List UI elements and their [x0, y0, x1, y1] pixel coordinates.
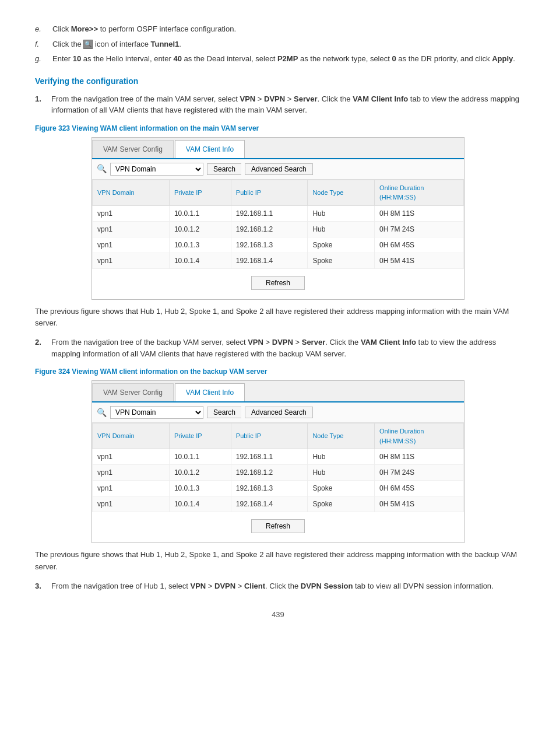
figure2-tab-client-info[interactable]: VAM Client Info: [175, 383, 245, 401]
figure1-table: VPN Domain Private IP Public IP Node Typ…: [92, 180, 464, 269]
table-cell: 192.168.1.2: [231, 465, 308, 481]
figure1-domain-select[interactable]: VPN Domain: [110, 163, 203, 176]
figure1-title: Figure 323 Viewing WAM client informatio…: [35, 123, 521, 134]
figure2-advsearch-button[interactable]: Advanced Search: [245, 407, 313, 418]
table-cell: 0H 5M 41S: [375, 253, 464, 268]
table-row: vpn110.0.1.4192.168.1.4Spoke0H 5M 41S: [93, 496, 464, 512]
table-cell: 0H 8M 11S: [375, 449, 464, 465]
figure1-search-icon: 🔍: [97, 163, 107, 175]
step-e: e. Click More>> to perform OSPF interfac…: [35, 23, 521, 35]
table-cell: Hub: [308, 465, 375, 481]
step-g-content: Enter 10 as the Hello interval, enter 40…: [52, 53, 521, 65]
figure2-search-icon: 🔍: [97, 407, 107, 419]
table-row: vpn110.0.1.1192.168.1.1Hub0H 8M 11S: [93, 205, 464, 221]
figure2-table-body: vpn110.0.1.1192.168.1.1Hub0H 8M 11Svpn11…: [93, 449, 464, 512]
step2-number: 2.: [35, 337, 51, 359]
table-cell: vpn1: [93, 237, 170, 253]
table-cell: 0H 7M 24S: [375, 221, 464, 237]
figure2-tabs: VAM Server Config VAM Client Info: [92, 381, 464, 402]
figure2-table: VPN Domain Private IP Public IP Node Typ…: [92, 423, 464, 512]
figure2-tab-server-config[interactable]: VAM Server Config: [92, 383, 174, 401]
table-cell: 0H 6M 45S: [375, 237, 464, 253]
figure2-table-header: VPN Domain Private IP Public IP Node Typ…: [93, 424, 464, 449]
table-row: vpn110.0.1.2192.168.1.2Hub0H 7M 24S: [93, 221, 464, 237]
step-e-letter: e.: [35, 23, 52, 35]
step-f: f. Click the 🔍 icon of interface Tunnel1…: [35, 38, 521, 50]
table-row: vpn110.0.1.3192.168.1.3Spoke0H 6M 45S: [93, 481, 464, 496]
table-cell: Hub: [308, 449, 375, 465]
numbered-step-2: 2. From the navigation tree of the backu…: [35, 337, 521, 359]
table-cell: vpn1: [93, 481, 170, 496]
figure1-table-header: VPN Domain Private IP Public IP Node Typ…: [93, 180, 464, 205]
table-cell: 10.0.1.1: [169, 205, 231, 221]
figure1-tab-client-info[interactable]: VAM Client Info: [175, 140, 245, 158]
table-row: vpn110.0.1.1192.168.1.1Hub0H 8M 11S: [93, 449, 464, 465]
step2-content: From the navigation tree of the backup V…: [51, 337, 521, 359]
figure1-search-button[interactable]: Search: [207, 163, 241, 175]
table-cell: 0H 7M 24S: [375, 465, 464, 481]
step-f-content: Click the 🔍 icon of interface Tunnel1.: [52, 38, 521, 50]
figure2-search-button[interactable]: Search: [207, 407, 241, 418]
figure1-refresh-container: Refresh: [92, 276, 464, 290]
table-cell: 10.0.1.4: [169, 253, 231, 268]
table-cell: 10.0.1.2: [169, 221, 231, 237]
table-cell: vpn1: [93, 465, 170, 481]
table-cell: 192.168.1.1: [231, 205, 308, 221]
figure2-col-nodetype: Node Type: [308, 424, 375, 449]
figure2-col-vpndomain: VPN Domain: [93, 424, 170, 449]
figure1-col-duration: Online Duration(HH:MM:SS): [375, 180, 464, 205]
table-cell: 10.0.1.3: [169, 237, 231, 253]
figure2-title: Figure 324 Viewing WAM client informatio…: [35, 366, 521, 377]
table-cell: vpn1: [93, 205, 170, 221]
table-cell: 192.168.1.3: [231, 481, 308, 496]
table-row: vpn110.0.1.3192.168.1.3Spoke0H 6M 45S: [93, 237, 464, 253]
numbered-step-1: 1. From the navigation tree of the main …: [35, 93, 521, 116]
figure2-toolbar: 🔍 VPN Domain SearchAdvanced Search: [92, 402, 464, 423]
table-cell: 10.0.1.2: [169, 465, 231, 481]
section-title: Verifying the configuration: [35, 75, 521, 88]
figure2-refresh-container: Refresh: [92, 519, 464, 533]
table-cell: Hub: [308, 221, 375, 237]
table-cell: 10.0.1.1: [169, 449, 231, 465]
figure1-tabs: VAM Server Config VAM Client Info: [92, 138, 464, 159]
step-g: g. Enter 10 as the Hello interval, enter…: [35, 53, 521, 65]
step-e-content: Click More>> to perform OSPF interface c…: [52, 23, 521, 35]
figure1-col-vpndomain: VPN Domain: [93, 180, 170, 205]
table-cell: 10.0.1.4: [169, 496, 231, 512]
table-cell: Spoke: [308, 253, 375, 268]
figure2-col-publicip: Public IP: [231, 424, 308, 449]
page-number: 439: [35, 609, 521, 621]
figure1-advsearch-button[interactable]: Advanced Search: [245, 163, 313, 175]
table-cell: vpn1: [93, 449, 170, 465]
figure1-panel: VAM Server Config VAM Client Info 🔍 VPN …: [92, 137, 464, 300]
table-cell: 10.0.1.3: [169, 481, 231, 496]
table-row: vpn110.0.1.4192.168.1.4Spoke0H 5M 41S: [93, 253, 464, 268]
figure1-refresh-button[interactable]: Refresh: [251, 276, 305, 290]
table-row: vpn110.0.1.2192.168.1.2Hub0H 7M 24S: [93, 465, 464, 481]
figure2-col-privateip: Private IP: [169, 424, 231, 449]
figure1-table-body: vpn110.0.1.1192.168.1.1Hub0H 8M 11Svpn11…: [93, 205, 464, 268]
step3-number: 3.: [35, 580, 51, 592]
table-cell: 0H 6M 45S: [375, 481, 464, 496]
figure1-col-nodetype: Node Type: [308, 180, 375, 205]
step-f-letter: f.: [35, 38, 52, 50]
step1-content: From the navigation tree of the main VAM…: [51, 93, 521, 116]
figure1-tab-server-config[interactable]: VAM Server Config: [92, 140, 174, 158]
table-cell: 192.168.1.1: [231, 449, 308, 465]
table-cell: 192.168.1.2: [231, 221, 308, 237]
table-cell: vpn1: [93, 221, 170, 237]
step3-content: From the navigation tree of Hub 1, selec…: [51, 580, 521, 592]
figure2-domain-select[interactable]: VPN Domain: [110, 406, 203, 419]
table-cell: 0H 5M 41S: [375, 496, 464, 512]
interface-icon: 🔍: [83, 40, 93, 49]
figure2-col-duration: Online Duration(HH:MM:SS): [375, 424, 464, 449]
figure2-panel: VAM Server Config VAM Client Info 🔍 VPN …: [92, 380, 464, 543]
figure1-col-publicip: Public IP: [231, 180, 308, 205]
numbered-step-3: 3. From the navigation tree of Hub 1, se…: [35, 580, 521, 592]
figure1-toolbar: 🔍 VPN Domain SearchAdvanced Search: [92, 159, 464, 180]
figure1-col-privateip: Private IP: [169, 180, 231, 205]
step-g-letter: g.: [35, 53, 52, 65]
table-cell: 192.168.1.4: [231, 253, 308, 268]
table-cell: 192.168.1.3: [231, 237, 308, 253]
figure2-refresh-button[interactable]: Refresh: [251, 519, 305, 533]
